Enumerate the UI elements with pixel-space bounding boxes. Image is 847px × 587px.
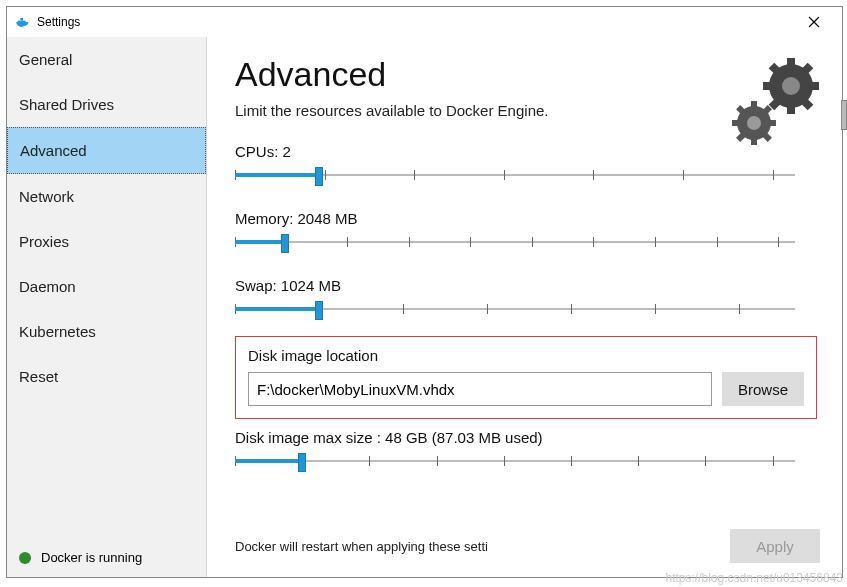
close-button[interactable]: [794, 8, 834, 36]
heading-row: Advanced Limit the resources available t…: [235, 55, 820, 121]
swap-slider-thumb[interactable]: [315, 301, 323, 320]
cpus-slider-thumb[interactable]: [315, 167, 323, 186]
svg-rect-6: [787, 58, 795, 68]
svg-rect-17: [751, 137, 757, 145]
sidebar-item-kubernetes[interactable]: Kubernetes: [7, 309, 206, 354]
svg-rect-9: [809, 82, 819, 90]
swap-slider[interactable]: [235, 298, 795, 322]
browse-button[interactable]: Browse: [722, 372, 804, 406]
disk-image-location-label: Disk image location: [248, 347, 804, 364]
footer-row: Docker will restart when applying these …: [235, 529, 820, 563]
titlebar: Settings: [7, 7, 842, 37]
svg-point-5: [782, 77, 800, 95]
status-text: Docker is running: [41, 550, 142, 565]
svg-rect-19: [768, 120, 776, 126]
swap-label: Swap: 1024 MB: [235, 277, 820, 294]
window-title: Settings: [37, 15, 80, 29]
sidebar-item-general[interactable]: General: [7, 37, 206, 82]
svg-rect-8: [763, 82, 773, 90]
sidebar: General Shared Drives Advanced Network P…: [7, 37, 207, 577]
titlebar-left: Settings: [15, 14, 80, 30]
disk-row: Browse: [248, 372, 804, 406]
disk-max-slider[interactable]: [235, 450, 795, 474]
cpus-slider[interactable]: [235, 164, 795, 188]
sidebar-item-reset[interactable]: Reset: [7, 354, 206, 399]
swap-slider-block: Swap: 1024 MB: [235, 277, 820, 322]
sidebar-item-daemon[interactable]: Daemon: [7, 264, 206, 309]
memory-slider[interactable]: [235, 231, 795, 255]
disk-max-slider-block: Disk image max size : 48 GB (87.03 MB us…: [235, 429, 820, 474]
disk-image-location-box: Disk image location Browse: [235, 336, 817, 419]
close-icon: [808, 16, 820, 28]
footer-note: Docker will restart when applying these …: [235, 539, 488, 554]
gears-icon: [716, 51, 826, 151]
memory-slider-thumb[interactable]: [281, 234, 289, 253]
docker-icon: [15, 14, 31, 30]
sidebar-item-network[interactable]: Network: [7, 174, 206, 219]
heading-text-block: Advanced Limit the resources available t…: [235, 55, 549, 121]
apply-button[interactable]: Apply: [730, 529, 820, 563]
svg-rect-18: [732, 120, 740, 126]
status-indicator-icon: [19, 552, 31, 564]
background-window-edge: [841, 100, 847, 130]
svg-point-15: [747, 116, 761, 130]
disk-max-label: Disk image max size : 48 GB (87.03 MB us…: [235, 429, 820, 446]
status-bar: Docker is running: [19, 550, 142, 565]
memory-slider-block: Memory: 2048 MB: [235, 210, 820, 255]
sidebar-item-proxies[interactable]: Proxies: [7, 219, 206, 264]
svg-rect-3: [20, 18, 23, 21]
body-area: General Shared Drives Advanced Network P…: [7, 37, 842, 577]
page-subtitle: Limit the resources available to Docker …: [235, 100, 549, 121]
disk-path-input[interactable]: [248, 372, 712, 406]
page-title: Advanced: [235, 55, 549, 94]
disk_max-slider-thumb[interactable]: [298, 453, 306, 472]
sidebar-item-shared-drives[interactable]: Shared Drives: [7, 82, 206, 127]
svg-rect-16: [751, 101, 757, 109]
settings-window: Settings General Shared Drives Advanced …: [6, 6, 843, 578]
content-panel: Advanced Limit the resources available t…: [207, 37, 842, 577]
memory-label: Memory: 2048 MB: [235, 210, 820, 227]
sidebar-item-advanced[interactable]: Advanced: [7, 127, 206, 174]
svg-rect-7: [787, 104, 795, 114]
